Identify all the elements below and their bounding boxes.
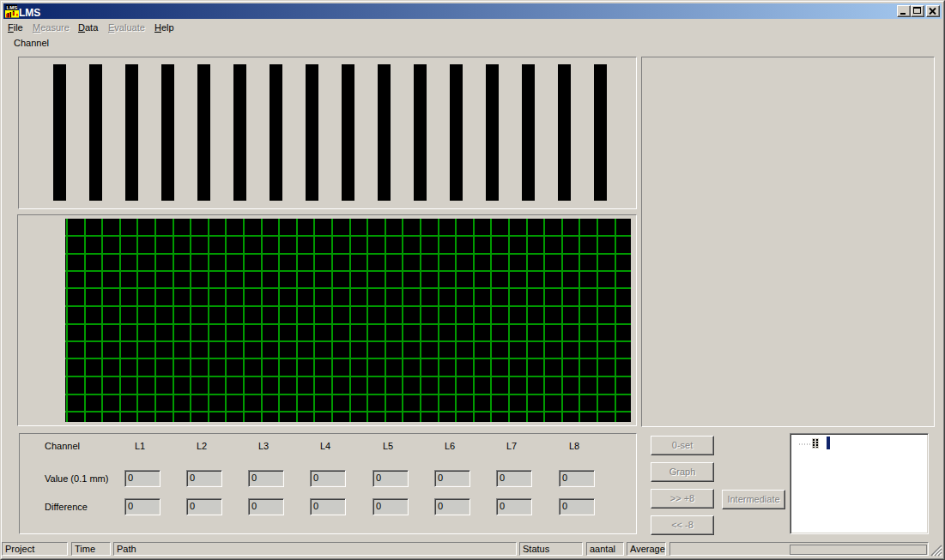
svg-text:LMS: LMS: [7, 5, 18, 10]
